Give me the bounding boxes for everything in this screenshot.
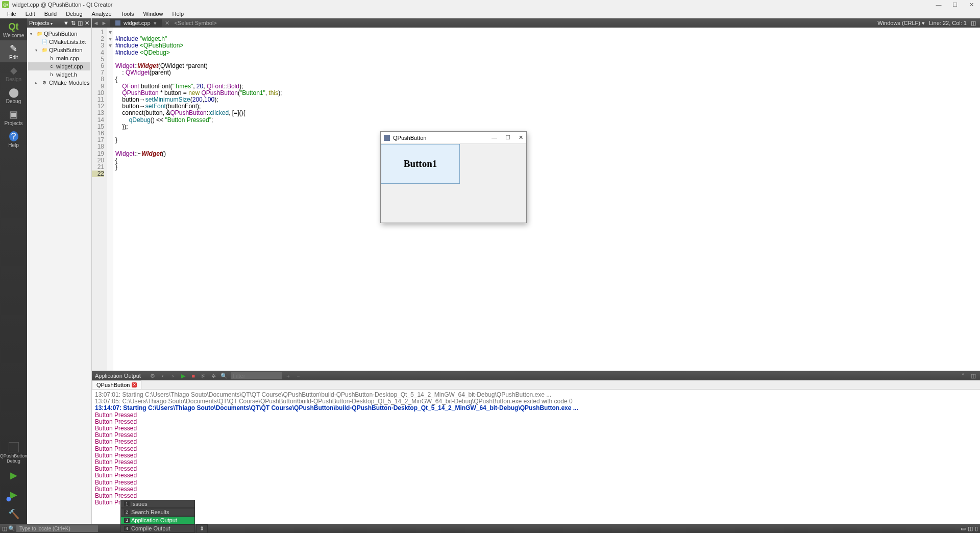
mode-edit[interactable]: ✎Edit xyxy=(0,40,27,62)
menu-help[interactable]: Help xyxy=(168,10,188,18)
run-button[interactable]: ▶ xyxy=(10,466,17,485)
app-window-title: QPushButton xyxy=(393,135,426,141)
split-icon[interactable]: ◫ xyxy=(78,20,83,27)
app-close-button[interactable]: ✕ xyxy=(519,134,523,141)
tree-item-widget-h[interactable]: hwidget.h xyxy=(28,70,90,79)
output-panel: Application Output ⚙ ‹ › ▶ ■ ⎘ ✲ 🔍 ＋ － ˄… xyxy=(92,371,980,524)
menu-debug[interactable]: Debug xyxy=(62,10,86,18)
qt-logo-icon: Qt xyxy=(0,21,27,32)
tree-item-cmake-modules[interactable]: ▸⚙CMake Modules xyxy=(28,79,90,87)
menu-window[interactable]: Window xyxy=(139,10,167,18)
status-item-issues[interactable]: 1Issues xyxy=(120,500,195,508)
output-text[interactable]: 13:07:01: Starting C:\Users\Thiago Souto… xyxy=(92,390,980,524)
monitor-icon xyxy=(9,442,19,452)
running-app-window[interactable]: QPushButton — ☐ ✕ Button1 xyxy=(380,131,527,223)
nav-forward-button[interactable]: ► xyxy=(100,20,108,26)
code-text[interactable]: #include "widget.h" #include <QPushButto… xyxy=(113,28,980,371)
projects-dropdown[interactable]: Projects xyxy=(29,20,53,26)
locator-search-icon: 🔍 xyxy=(8,525,15,532)
output-tab-qpushbutton[interactable]: QPushButton ✕ xyxy=(92,380,141,389)
output-expand-icon[interactable]: ˄ xyxy=(960,373,967,379)
button1[interactable]: Button1 xyxy=(381,144,460,184)
run-debug-button[interactable]: ▶⬤ xyxy=(10,485,17,504)
tree-item-qpushbutton[interactable]: ▾📁QPushButton xyxy=(28,46,90,54)
mode-welcome[interactable]: QtWelcome xyxy=(0,18,27,40)
output-stop-icon[interactable]: ■ xyxy=(190,373,197,379)
minimize-button[interactable]: — xyxy=(935,2,942,8)
menu-bar: File Edit Build Debug Analyze Tools Wind… xyxy=(0,9,980,18)
app-window-icon xyxy=(384,135,390,141)
cursor-position[interactable]: Line: 22, Col: 1 xyxy=(929,20,967,26)
symbol-selector[interactable]: <Select Symbol> xyxy=(175,20,217,26)
tree-item-widget-cpp[interactable]: cwidget.cpp xyxy=(28,62,90,70)
fold-column[interactable]: ▾▾▾ xyxy=(107,28,113,371)
editor-tab-label: widget.cpp xyxy=(124,20,151,26)
menu-file[interactable]: File xyxy=(3,10,20,18)
output-tabs: QPushButton ✕ xyxy=(92,380,980,390)
maximize-button[interactable]: ☐ xyxy=(951,2,959,8)
qtcreator-icon: Qt xyxy=(2,1,9,8)
status-item-application-output[interactable]: 3Application Output xyxy=(120,516,195,524)
output-add-icon[interactable]: ＋ xyxy=(285,372,292,380)
output-filter-input[interactable] xyxy=(231,372,282,379)
status-item-compile-output[interactable]: 4Compile Output xyxy=(120,524,195,532)
status-progress-icon[interactable]: ▭ xyxy=(961,525,966,532)
output-run-icon[interactable]: ▶ xyxy=(180,373,187,379)
editor-tab[interactable]: widget.cpp ▾ xyxy=(110,19,162,27)
status-toggle-left-icon[interactable]: ◫ xyxy=(2,525,7,532)
tree-item-main-cpp[interactable]: hmain.cpp xyxy=(28,54,90,62)
output-gear-icon[interactable]: ✲ xyxy=(210,373,217,379)
bug-icon: ⬤ xyxy=(0,87,27,98)
kit-selector[interactable]: QPushButton Debug xyxy=(0,440,27,466)
design-icon: ◆ xyxy=(0,65,27,76)
output-tab-close-icon[interactable]: ✕ xyxy=(132,382,137,387)
sync-icon[interactable]: ⇅ xyxy=(71,20,76,27)
output-toolbar: Application Output ⚙ ‹ › ▶ ■ ⎘ ✲ 🔍 ＋ － ˄… xyxy=(92,371,980,380)
code-editor[interactable]: 12345678910111213141516171819202122 ▾▾▾ … xyxy=(92,28,980,371)
status-toggle-right-icon[interactable]: ◫ xyxy=(968,525,973,532)
mode-design[interactable]: ◆Design xyxy=(0,62,27,84)
status-sidebar-icon[interactable]: ▯ xyxy=(975,525,978,532)
close-button[interactable]: ✕ xyxy=(968,2,975,8)
mode-help[interactable]: ?Help xyxy=(0,128,27,150)
menu-tools[interactable]: Tools xyxy=(117,10,138,18)
status-more-icon[interactable]: ⇕ xyxy=(196,524,208,533)
output-minus-icon[interactable]: － xyxy=(295,372,302,380)
mode-debug[interactable]: ⬤Debug xyxy=(0,84,27,106)
project-tree[interactable]: ▾📁QPushButton📄CMakeLists.txt▾📁QPushButto… xyxy=(27,28,91,524)
mode-projects[interactable]: ▣Projects xyxy=(0,106,27,128)
menu-build[interactable]: Build xyxy=(40,10,61,18)
locator-input[interactable]: Type to locate (Ctrl+K) xyxy=(16,525,98,532)
output-settings-icon[interactable]: ⚙ xyxy=(149,373,156,379)
projects-icon: ▣ xyxy=(0,109,27,119)
project-toolbar: Projects ▼ ⇅ ◫ ✕ xyxy=(27,18,91,28)
build-button[interactable]: 🔨 xyxy=(8,504,19,524)
search-icon: 🔍 xyxy=(220,373,228,379)
tab-close-icon[interactable]: ✕ xyxy=(165,20,169,27)
cpp-file-icon xyxy=(115,20,120,26)
output-next-icon[interactable]: › xyxy=(169,373,177,379)
tree-item-cmakelists-txt[interactable]: 📄CMakeLists.txt xyxy=(28,38,90,46)
editor-split-icon[interactable]: ◫ xyxy=(971,20,976,27)
output-maximize-icon[interactable]: ◫ xyxy=(970,373,977,379)
menu-edit[interactable]: Edit xyxy=(21,10,39,18)
app-minimize-button[interactable]: — xyxy=(492,134,497,141)
filter-icon[interactable]: ▼ xyxy=(63,20,69,26)
tree-item-qpushbutton[interactable]: ▾📁QPushButton xyxy=(28,30,90,38)
encoding-label[interactable]: Windows (CRLF) ▾ xyxy=(877,20,925,27)
output-prev-icon[interactable]: ‹ xyxy=(159,373,166,379)
line-number-gutter[interactable]: 12345678910111213141516171819202122 xyxy=(92,28,107,371)
output-attach-icon[interactable]: ⎘ xyxy=(200,373,207,379)
nav-back-button[interactable]: ◄ xyxy=(92,20,100,26)
app-window-titlebar[interactable]: QPushButton — ☐ ✕ xyxy=(381,132,526,144)
app-maximize-button[interactable]: ☐ xyxy=(505,134,510,141)
editor-area: ◄ ► widget.cpp ▾ ✕ <Select Symbol> Windo… xyxy=(92,18,980,524)
project-sidebar: Projects ▼ ⇅ ◫ ✕ ▾📁QPushButton📄CMakeList… xyxy=(27,18,92,524)
window-titlebar: Qt widget.cpp @ QPushButton - Qt Creator… xyxy=(0,0,980,9)
output-title: Application Output xyxy=(95,373,146,379)
close-pane-icon[interactable]: ✕ xyxy=(85,20,89,27)
edit-icon: ✎ xyxy=(0,43,27,54)
menu-analyze[interactable]: Analyze xyxy=(88,10,116,18)
status-item-search-results[interactable]: 2Search Results xyxy=(120,508,195,516)
mode-sidebar: QtWelcome ✎Edit ◆Design ⬤Debug ▣Projects… xyxy=(0,18,27,524)
